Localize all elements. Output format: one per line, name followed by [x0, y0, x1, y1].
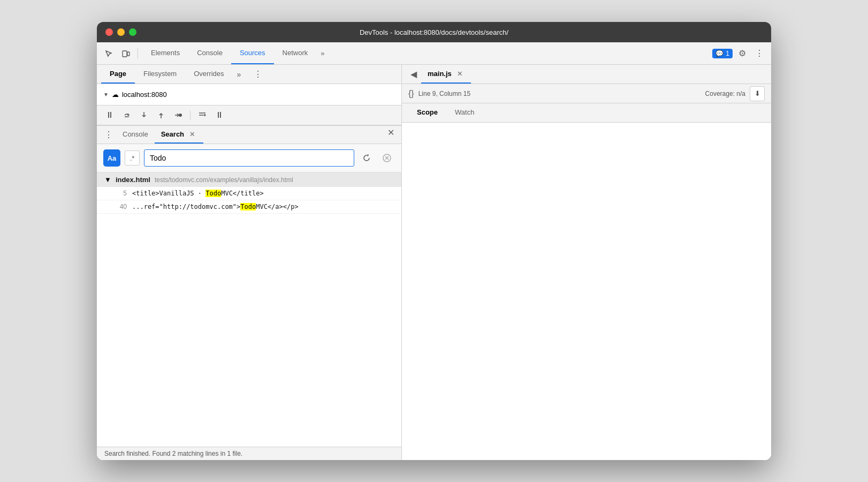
line-2-before: ...ref="http://todomvc.com">	[132, 203, 240, 210]
notification-badge[interactable]: 💬 1	[712, 49, 733, 58]
editor-tabs-bar: ◀ main.js ✕	[402, 65, 771, 84]
editor-toolbar: {} Line 9, Column 15 Coverage: n/a ⬇	[402, 84, 771, 103]
results-area: ▼ index.html tests/todomvc.com/examples/…	[97, 172, 401, 447]
line-content-1: <title>VanillaJS · TodoMVC</title>	[132, 190, 264, 197]
line-2-highlight: Todo	[240, 203, 256, 210]
subtab-page[interactable]: Page	[101, 65, 135, 84]
titlebar: DevTools - localhost:8080/docs/devtools/…	[97, 22, 771, 42]
tab-network[interactable]: Network	[274, 42, 317, 64]
regex-button[interactable]: .*	[125, 150, 140, 165]
bottom-tabs-bar: ⋮ Console Search ✕ ✕	[97, 126, 401, 144]
line-1-after: MVC</title>	[221, 190, 263, 197]
main-tabs: Elements Console Sources Network »	[142, 42, 710, 64]
result-file-header[interactable]: ▼ index.html tests/todomvc.com/examples/…	[97, 172, 401, 187]
scope-tab[interactable]: Scope	[408, 103, 446, 122]
editor-content	[402, 123, 771, 460]
left-panel: Page Filesystem Overrides » ⋮ ▼ ☁ localh…	[97, 65, 402, 460]
watch-tab[interactable]: Watch	[446, 103, 483, 122]
case-sensitive-button[interactable]: Aa	[103, 149, 120, 167]
line-number-2: 40	[112, 203, 127, 210]
subtab-menu-icon[interactable]: ⋮	[249, 65, 267, 84]
deactivate-breakpoints-button[interactable]	[196, 109, 209, 122]
subtab-overrides[interactable]: Overrides	[185, 65, 232, 84]
line-1-highlight: Todo	[205, 190, 221, 197]
search-tab-close[interactable]: ✕	[187, 130, 197, 139]
search-area: Aa .*	[97, 144, 401, 172]
maximize-button[interactable]	[129, 28, 136, 36]
coverage-info: Coverage: n/a	[705, 90, 745, 97]
debugger-toolbar: ⏸	[97, 105, 401, 125]
result-file-name: index.html	[116, 176, 150, 184]
close-bottom-panel-button[interactable]: ✕	[384, 126, 397, 139]
editor-tab-close[interactable]: ✕	[455, 69, 465, 79]
subtab-more-icon[interactable]: »	[233, 65, 246, 84]
step-into-button[interactable]	[138, 109, 150, 122]
search-tab-label: Search	[161, 130, 184, 138]
minimize-button[interactable]	[117, 28, 125, 36]
line-column-info: Line 9, Column 15	[418, 90, 470, 97]
more-menu-button[interactable]: ⋮	[752, 46, 767, 61]
sources-sub-tabs: Page Filesystem Overrides » ⋮	[97, 65, 401, 84]
window-title: DevTools - localhost:8080/docs/devtools/…	[360, 28, 508, 36]
status-text: Search finished. Found 2 matching lines …	[104, 450, 242, 457]
dont-pause-exceptions-button[interactable]: ⏸	[213, 109, 226, 122]
editor-tab-main-js[interactable]: main.js ✕	[421, 65, 471, 84]
notification-count: 1	[726, 50, 729, 57]
pause-button[interactable]: ⏸	[103, 109, 116, 122]
tree-arrow-icon: ▼	[103, 92, 109, 97]
result-line-1[interactable]: 5 <title>VanillaJS · TodoMVC</title>	[97, 187, 401, 200]
download-button[interactable]: ⬇	[750, 86, 765, 101]
format-icon[interactable]: {}	[408, 89, 414, 99]
svg-rect-1	[127, 52, 130, 56]
refresh-results-button[interactable]	[359, 150, 375, 166]
settings-button[interactable]: ⚙	[735, 46, 750, 61]
toolbar-right: 💬 1 ⚙ ⋮	[712, 46, 767, 61]
toolbar-divider	[138, 48, 138, 59]
editor-tab-label: main.js	[428, 70, 452, 78]
body-split: Page Filesystem Overrides » ⋮ ▼ ☁ localh…	[97, 65, 771, 460]
result-line-2[interactable]: 40 ...ref="http://todomvc.com">TodoMVC</…	[97, 200, 401, 214]
file-tree-host: localhost:8080	[122, 91, 167, 99]
main-toolbar: Elements Console Sources Network » 💬 1 ⚙…	[97, 42, 771, 65]
subtab-filesystem[interactable]: Filesystem	[135, 65, 185, 84]
devtools-body: Elements Console Sources Network » 💬 1 ⚙…	[97, 42, 771, 460]
close-button[interactable]	[105, 28, 113, 36]
search-input[interactable]	[144, 149, 354, 167]
tab-search[interactable]: Search ✕	[155, 126, 203, 144]
chat-icon: 💬	[715, 50, 724, 57]
result-arrow-icon: ▼	[104, 176, 111, 184]
cloud-icon: ☁	[112, 91, 119, 99]
tab-elements[interactable]: Elements	[142, 42, 188, 64]
editor-nav-back-button[interactable]: ◀	[406, 65, 421, 84]
traffic-lights	[105, 28, 136, 36]
more-tabs-icon[interactable]: »	[316, 42, 329, 64]
clear-results-button[interactable]	[379, 150, 395, 166]
device-toolbar-icon[interactable]	[118, 46, 133, 61]
line-1-before: <title>VanillaJS ·	[132, 190, 205, 197]
step-button[interactable]	[172, 109, 185, 122]
result-file-path: tests/todomvc.com/examples/vanillajs/ind…	[155, 176, 293, 184]
inspect-icon[interactable]	[101, 46, 116, 61]
bottom-tab-menu-icon[interactable]: ⋮	[101, 126, 116, 144]
line-2-after: MVC</a></p>	[256, 203, 298, 210]
debug-divider	[190, 110, 191, 120]
line-number-1: 5	[112, 190, 127, 197]
right-panel: ◀ main.js ✕ {} Line 9, Column 15 Coverag…	[402, 65, 771, 460]
bottom-panel: ⋮ Console Search ✕ ✕ Aa .*	[97, 125, 401, 460]
step-over-button[interactable]	[120, 109, 133, 122]
scope-watch-bar: Scope Watch	[402, 103, 771, 123]
file-tree: ▼ ☁ localhost:8080	[97, 84, 401, 105]
file-tree-item[interactable]: ▼ ☁ localhost:8080	[97, 88, 401, 101]
status-bar: Search finished. Found 2 matching lines …	[97, 447, 401, 460]
line-content-2: ...ref="http://todomvc.com">TodoMVC</a><…	[132, 203, 299, 210]
devtools-window: DevTools - localhost:8080/docs/devtools/…	[97, 22, 771, 460]
tab-console[interactable]: Console	[188, 42, 231, 64]
tab-sources[interactable]: Sources	[231, 42, 274, 64]
step-out-button[interactable]	[155, 109, 167, 122]
svg-rect-0	[123, 51, 127, 57]
tab-console-bottom[interactable]: Console	[116, 126, 155, 144]
